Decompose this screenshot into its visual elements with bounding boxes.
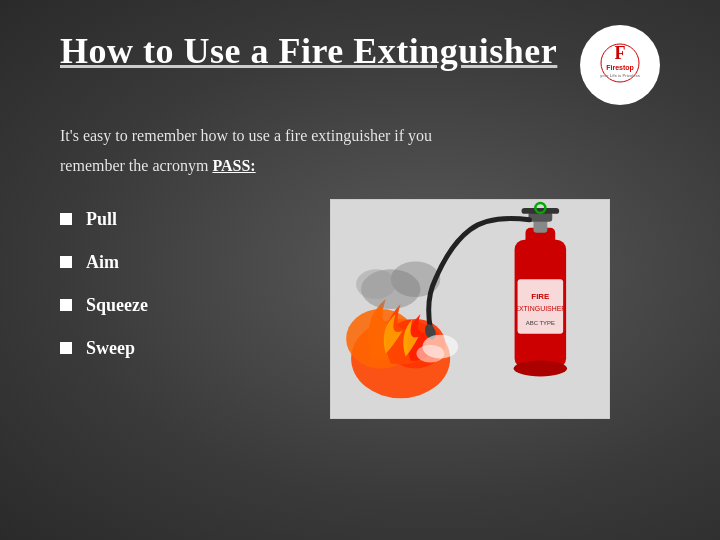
page-title: How to Use a Fire Extinguisher xyxy=(60,30,557,72)
bullet-square-pull xyxy=(60,213,72,225)
bullet-square-sweep xyxy=(60,342,72,354)
svg-text:Firestop: Firestop xyxy=(606,64,634,72)
acronym-line: remember the acronym PASS: xyxy=(60,157,660,175)
svg-point-23 xyxy=(416,344,444,362)
bullet-label-squeeze: Squeeze xyxy=(86,295,148,316)
bullet-label-pull: Pull xyxy=(86,209,117,230)
bullet-square-aim xyxy=(60,256,72,268)
svg-text:FIRE: FIRE xyxy=(531,292,549,301)
bullets-area: Pull Aim Squeeze Sweep xyxy=(60,199,280,381)
bullet-label-aim: Aim xyxy=(86,252,119,273)
fire-extinguisher-scene: FIRE EXTINGUISHER ABC TYPE xyxy=(330,199,610,419)
content-area: How to Use a Fire Extinguisher F Firesto… xyxy=(0,0,720,439)
bullet-label-sweep: Sweep xyxy=(86,338,135,359)
bullet-item-sweep: Sweep xyxy=(60,338,280,359)
svg-text:ABC TYPE: ABC TYPE xyxy=(526,319,555,325)
bullet-item-squeeze: Squeeze xyxy=(60,295,280,316)
svg-text:EXTINGUISHER: EXTINGUISHER xyxy=(514,305,566,312)
svg-point-10 xyxy=(356,269,396,299)
intro-text-line2: remember the acronym xyxy=(60,157,208,174)
bullet-square-squeeze xyxy=(60,299,72,311)
logo-icon: F Firestop your Life is Priceless xyxy=(600,43,640,88)
image-area: FIRE EXTINGUISHER ABC TYPE xyxy=(280,199,660,419)
acronym-word: PASS: xyxy=(212,157,255,174)
bullet-item-pull: Pull xyxy=(60,209,280,230)
main-content: Pull Aim Squeeze Sweep xyxy=(60,199,660,419)
svg-point-24 xyxy=(514,360,568,376)
intro-text-line1: It's easy to remember how to use a fire … xyxy=(60,123,480,149)
svg-text:your Life is Priceless: your Life is Priceless xyxy=(600,73,640,78)
svg-text:F: F xyxy=(615,43,626,63)
bullet-item-aim: Aim xyxy=(60,252,280,273)
title-row: How to Use a Fire Extinguisher F Firesto… xyxy=(60,20,660,105)
logo-container: F Firestop your Life is Priceless xyxy=(580,25,660,105)
